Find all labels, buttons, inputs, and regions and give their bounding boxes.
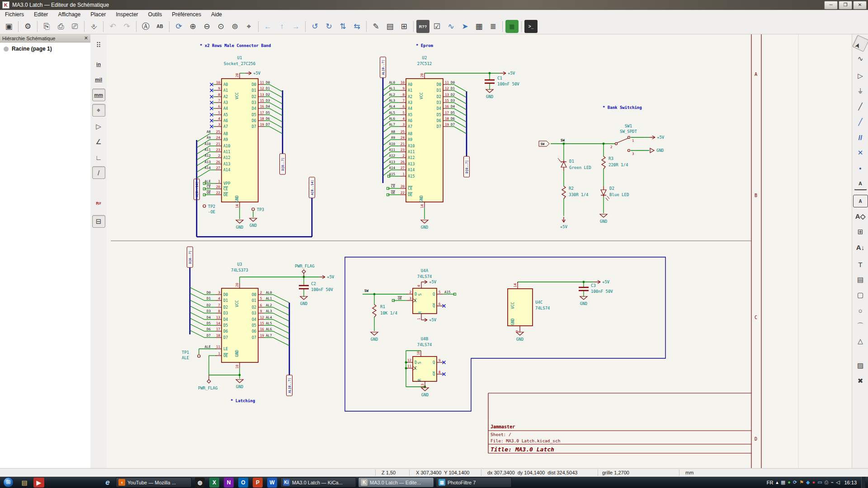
tray-red-icon[interactable]: ● bbox=[812, 480, 816, 485]
grid-toggle-icon[interactable]: ⠿ bbox=[92, 39, 105, 52]
language-indicator[interactable]: FR bbox=[767, 480, 774, 485]
tray-usb-icon[interactable]: ⌁ bbox=[830, 480, 834, 485]
save-icon[interactable]: ▣ bbox=[2, 20, 15, 33]
menu-outils[interactable]: Outils bbox=[143, 10, 167, 19]
import-sheet-pin-icon[interactable]: A↓ bbox=[854, 241, 867, 253]
find-icon[interactable]: Ⓐ bbox=[139, 20, 152, 33]
rotate-cw-icon[interactable]: ↻ bbox=[322, 20, 335, 33]
schematic-drawing[interactable]: ABCDJammasterSheet: /File: MA3.0 Latch.k… bbox=[107, 34, 852, 468]
delete-tool-icon[interactable]: ✖ bbox=[854, 375, 867, 387]
photofiltre-window-taskbar-button[interactable]: ▥PhotoFiltre 7 bbox=[436, 477, 512, 488]
wires-45-icon[interactable]: / bbox=[92, 166, 105, 179]
panel-close-icon[interactable]: ✕ bbox=[84, 35, 88, 41]
junction-icon[interactable]: • bbox=[854, 162, 867, 174]
menu-editer[interactable]: Editer bbox=[29, 10, 53, 19]
plot-icon[interactable]: ⎚ bbox=[68, 20, 81, 33]
refresh-icon[interactable]: ⟳ bbox=[172, 20, 185, 33]
image-tool-icon[interactable]: ▨ bbox=[854, 359, 867, 372]
zoom-out-icon[interactable]: ⊖ bbox=[200, 20, 213, 33]
probe-icon[interactable]: ➤ bbox=[458, 20, 472, 33]
zoom-page-icon[interactable]: ⊙ bbox=[214, 20, 227, 33]
word-icon[interactable]: W bbox=[267, 478, 277, 488]
zoom-objects-icon[interactable]: ⊚ bbox=[228, 20, 241, 33]
clock[interactable]: 16:13 bbox=[844, 480, 857, 485]
place-bus-icon[interactable]: ╱ bbox=[854, 116, 867, 128]
free-angle-wires-icon[interactable]: ∠ bbox=[92, 136, 105, 148]
menu-préférences[interactable]: Préférences bbox=[167, 10, 206, 19]
units-mm-icon[interactable]: mm bbox=[92, 89, 105, 101]
redo-icon[interactable]: ↷ bbox=[120, 20, 133, 33]
annotate-icon[interactable]: R?? bbox=[416, 20, 429, 33]
tray-kb-icon[interactable]: ▦ bbox=[781, 480, 785, 485]
tray-flag-icon[interactable]: ⚑ bbox=[799, 480, 804, 485]
menu-placer[interactable]: Placer bbox=[85, 10, 111, 19]
console-icon[interactable]: >_ bbox=[524, 20, 538, 33]
hidden-pins-icon[interactable]: ▷ bbox=[92, 120, 105, 133]
menu-inspecter[interactable]: Inspecter bbox=[111, 10, 143, 19]
copy-sheet-icon[interactable]: ⎘ bbox=[40, 20, 53, 33]
outlook-icon[interactable]: O bbox=[238, 478, 248, 488]
powerpoint-icon[interactable]: P bbox=[253, 478, 263, 488]
start-button[interactable]: ⊞ bbox=[3, 477, 14, 488]
schematic-canvas[interactable]: ABCDJammasterSheet: /File: MA3.0 Latch.k… bbox=[107, 34, 852, 468]
tray-green-icon[interactable]: ● bbox=[788, 480, 791, 485]
prev-sheet-icon[interactable]: ← bbox=[261, 20, 274, 33]
paste-icon[interactable]: ⎀ bbox=[87, 20, 100, 33]
open-pcb-icon[interactable]: ▦ bbox=[505, 20, 519, 33]
rectangle-tool-icon[interactable]: ▢ bbox=[854, 289, 867, 301]
find-replace-icon[interactable]: AB bbox=[153, 20, 166, 33]
parent-sheet-icon[interactable]: ↑ bbox=[275, 20, 288, 33]
tray-sync-icon[interactable]: ⟳ bbox=[793, 480, 797, 485]
tray-shield-icon[interactable]: ◆ bbox=[806, 480, 810, 485]
place-power-icon[interactable]: ⏚ bbox=[854, 85, 867, 98]
kicad-window-taskbar-button[interactable]: KiMA3.0 Latch — KiCa... bbox=[280, 477, 356, 488]
minimize-button[interactable]: ─ bbox=[824, 1, 838, 9]
excel-icon[interactable]: X bbox=[209, 478, 219, 488]
onenote-icon[interactable]: N bbox=[224, 478, 234, 488]
hierarchy-root-item[interactable]: Racine (page 1) bbox=[0, 42, 90, 55]
tray-volume-icon[interactable]: ◁ bbox=[836, 480, 840, 485]
print-icon[interactable]: ⎙ bbox=[54, 20, 67, 33]
undo-icon[interactable]: ↶ bbox=[106, 20, 119, 33]
zoom-in-icon[interactable]: ⊕ bbox=[186, 20, 199, 33]
text-tool-icon[interactable]: T bbox=[854, 258, 867, 271]
mirror-v-icon[interactable]: ⇅ bbox=[336, 20, 349, 33]
hierarchy-sheets-icon[interactable]: ⊞ bbox=[397, 20, 410, 33]
erc-icon[interactable]: ☑ bbox=[430, 20, 443, 33]
app-dark-circle-icon[interactable]: ◍ bbox=[195, 478, 205, 488]
close-button[interactable]: ✕ bbox=[853, 1, 867, 9]
net-label-icon[interactable]: A bbox=[854, 177, 867, 190]
tray-expand-icon[interactable]: ▴ bbox=[776, 480, 778, 485]
page-settings-icon[interactable]: ⚙ bbox=[21, 20, 34, 33]
units-mils-icon[interactable]: mil bbox=[92, 73, 105, 86]
simulator-icon[interactable]: ∿ bbox=[444, 20, 458, 33]
firefox-window-taskbar-button[interactable]: ◖YouTube — Mozilla ... bbox=[116, 477, 192, 488]
menu-fichiers[interactable]: Fichiers bbox=[0, 10, 29, 19]
menu-aide[interactable]: Aide bbox=[206, 10, 227, 19]
rotate-ccw-icon[interactable]: ↺ bbox=[308, 20, 321, 33]
eeschema-window-taskbar-button[interactable]: KMA3.0 Latch — Edite... bbox=[358, 477, 434, 488]
explorer-icon[interactable]: ▤ bbox=[19, 478, 30, 488]
zoom-selection-icon[interactable]: ⌖ bbox=[242, 20, 255, 33]
symbol-library-icon[interactable]: ▤ bbox=[383, 20, 396, 33]
global-label-icon[interactable]: A bbox=[853, 195, 868, 207]
maximize-button[interactable]: ❐ bbox=[839, 1, 852, 9]
mirror-h-icon[interactable]: ⇆ bbox=[350, 20, 363, 33]
tray-printer-icon[interactable]: ⎙ bbox=[825, 480, 829, 485]
hierarchy-navigator-icon[interactable]: ⊟ bbox=[92, 215, 105, 228]
tray-monitor-icon[interactable]: ▭ bbox=[817, 480, 822, 485]
bom-icon[interactable]: ≣ bbox=[486, 20, 500, 33]
fields-table-icon[interactable]: ▦ bbox=[472, 20, 486, 33]
textbox-tool-icon[interactable]: ▤ bbox=[854, 273, 867, 286]
arc-tool-icon[interactable]: ⌒ bbox=[854, 319, 867, 332]
hierarchical-sheet-icon[interactable]: ⊞ bbox=[854, 225, 867, 238]
edit-symbol-icon[interactable]: ✎ bbox=[369, 20, 382, 33]
polygon-tool-icon[interactable]: △ bbox=[854, 335, 867, 347]
no-connect-icon[interactable]: ✕ bbox=[854, 146, 867, 159]
hv-wires-icon[interactable]: ∟ bbox=[92, 151, 105, 164]
menu-affichage[interactable]: Affichage bbox=[53, 10, 85, 19]
highlight-net-icon[interactable]: ∿ bbox=[854, 52, 867, 65]
media-player-icon[interactable]: ▶ bbox=[33, 478, 44, 488]
hierarchical-label-icon[interactable]: A◇ bbox=[854, 210, 867, 223]
place-symbol-icon[interactable]: ▷ bbox=[854, 70, 867, 82]
